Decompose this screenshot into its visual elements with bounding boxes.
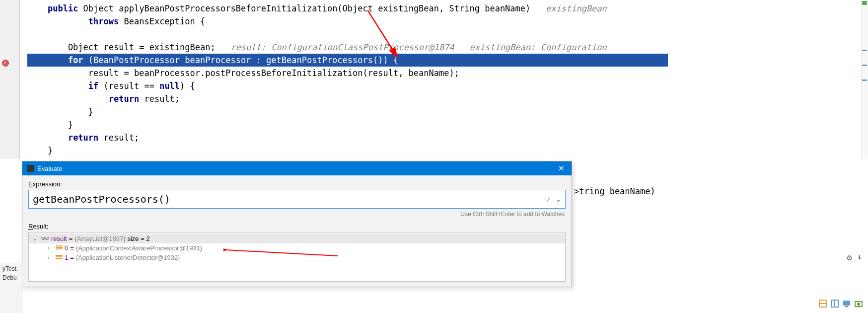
tree-row[interactable]: › 0 = {ApplicationContextAwareProcessor@…: [29, 243, 565, 253]
var-text: =: [70, 244, 74, 252]
code-text: Object: [78, 3, 119, 13]
result-tree[interactable]: ⌄ 👓 result = {ArrayList@1897} size = 2 ›…: [28, 232, 566, 282]
breakpoint-icon[interactable]: [2, 60, 9, 67]
tab-test[interactable]: yTest.: [1, 264, 21, 273]
execution-line: for (BeanPostProcessor beanProcessor : g…: [27, 54, 668, 67]
code-text: ) {: [180, 81, 195, 91]
expression-input[interactable]: [30, 191, 544, 207]
svg-point-9: [857, 303, 860, 306]
code-content[interactable]: public Object applyBeanPostProcessorsBef…: [27, 2, 668, 157]
var-text: =: [69, 235, 73, 242]
var-text: =: [70, 254, 74, 261]
dialog-title-text: Evaluate: [37, 165, 63, 172]
keyword: throws: [88, 16, 119, 26]
overview-mark: [862, 79, 867, 81]
var-name: 1: [65, 254, 68, 261]
layout-icon[interactable]: [818, 299, 827, 308]
keyword: for: [68, 55, 83, 65]
expression-input-wrap: ⤢ ⌄: [28, 190, 566, 209]
var-text: size = 2: [127, 235, 149, 242]
code-text: }: [27, 107, 93, 117]
code-text: [27, 55, 68, 65]
object-icon: [56, 255, 63, 261]
code-text: (BeanPostProcessor beanProcessor : getBe…: [83, 55, 399, 65]
code-text: [27, 16, 88, 26]
object-icon: [56, 245, 63, 251]
keyword: return: [109, 94, 139, 104]
code-text: [27, 81, 88, 91]
gear-icon[interactable]: ⚙: [847, 252, 852, 262]
code-text: [27, 94, 109, 104]
shortcut-hint: Use Ctrl+Shift+Enter to add to Watches: [28, 209, 566, 223]
keyword: public: [48, 3, 78, 13]
status-green-mark: [862, 1, 867, 5]
editor-gutter: [0, 0, 20, 159]
expander-icon[interactable]: ⌄: [33, 236, 39, 241]
code-text: result = beanProcessor.postProcessBefore…: [27, 68, 459, 78]
code-text: (result ==: [98, 81, 159, 91]
var-type: {ArrayList@1897}: [74, 235, 125, 242]
code-text: }: [27, 120, 73, 130]
svg-rect-6: [843, 301, 850, 306]
var-name: result: [51, 235, 67, 242]
result-label: Result:: [28, 223, 566, 230]
code-editor[interactable]: public Object applyBeanPostProcessorsBef…: [0, 0, 868, 159]
code-text: result;: [98, 133, 139, 143]
bottom-right-toolbar: [818, 299, 863, 308]
tree-root-row[interactable]: ⌄ 👓 result = {ArrayList@1897} size = 2: [29, 234, 565, 243]
code-text: Object result = existingBean;: [27, 42, 216, 52]
background-code-text: >tring beanName): [574, 186, 655, 196]
left-tool-tabs: yTest. Debu: [0, 263, 22, 313]
expander-icon[interactable]: ›: [48, 245, 54, 251]
var-type: {ApplicationContextAwareProcessor@1931}: [76, 244, 202, 252]
tab-debug[interactable]: Debu: [1, 273, 21, 282]
app-icon: [27, 165, 34, 172]
code-text: }: [27, 146, 53, 156]
code-text: [27, 3, 48, 13]
var-name: 0: [65, 244, 68, 252]
panel-toolbar: ⚙ ⬇: [847, 252, 863, 262]
method-signature: applyBeanPostProcessorsBeforeInitializat…: [119, 3, 530, 13]
var-type: {ApplicationListenerDetector@1932}: [76, 254, 180, 261]
tree-row[interactable]: › 1 = {ApplicationListenerDetector@1932}: [29, 253, 565, 262]
code-text: [27, 133, 68, 143]
keyword: null: [159, 81, 180, 91]
expression-label: Expression:: [28, 180, 566, 188]
keyword: if: [88, 81, 98, 91]
code-text: BeansException {: [119, 16, 205, 26]
inline-hint: existingBean: [530, 3, 607, 13]
download-icon[interactable]: ⬇: [857, 252, 862, 262]
code-text: result;: [139, 94, 180, 104]
keyword: return: [68, 133, 98, 143]
expander-icon[interactable]: ›: [48, 255, 54, 260]
inline-hint: result: ConfigurationClassPostProcessor@…: [216, 42, 607, 52]
close-icon[interactable]: ✕: [556, 164, 567, 173]
camera-icon[interactable]: [854, 299, 863, 308]
svg-rect-7: [845, 306, 848, 307]
overview-mark: [862, 50, 867, 51]
evaluate-dialog: Evaluate ✕ Expression: ⤢ ⌄ Use Ctrl+Shif…: [22, 161, 572, 287]
layout-icon[interactable]: [830, 299, 839, 308]
expand-icon[interactable]: ⤢: [544, 196, 553, 203]
dialog-titlebar[interactable]: Evaluate ✕: [22, 161, 572, 175]
watch-icon: 👓: [41, 235, 49, 242]
monitor-icon[interactable]: [842, 299, 851, 308]
chevron-down-icon[interactable]: ⌄: [553, 196, 564, 203]
right-margin-overview: [861, 0, 868, 159]
overview-mark: [862, 65, 867, 66]
